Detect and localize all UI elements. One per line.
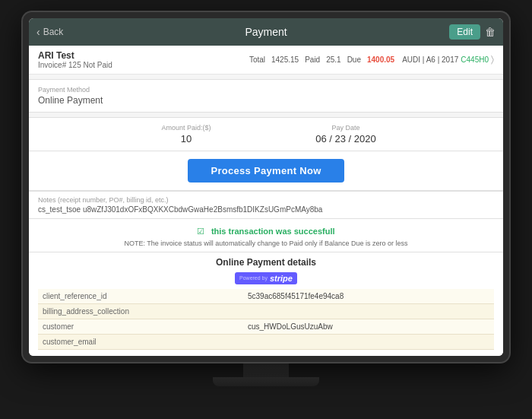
content-area: ARI Test Invoice# 125 Not Paid Total 142… <box>29 46 503 356</box>
delete-button[interactable]: 🗑 <box>485 26 496 38</box>
table-row: customercus_HWDoLGusUzuAbw <box>38 319 494 334</box>
table-row: billing_address_collection <box>38 303 494 319</box>
fields-row: Amount Paid:($) 10 Pay Date 06 / 23 / 20… <box>38 124 494 144</box>
process-button-container: Process Payment Now <box>29 151 503 191</box>
row-key: billing_address_collection <box>38 303 243 319</box>
invoice-info-row: ARI Test Invoice# 125 Not Paid Total 142… <box>29 46 503 75</box>
due-label: Due <box>347 56 361 64</box>
stripe-badge-inner: Powered by stripe <box>235 272 297 284</box>
notes-value: cs_test_tsoe u8wZfJ301dxOFxBQXKXCbdwGwaH… <box>38 205 494 214</box>
monitor-neck <box>243 362 289 377</box>
check-icon: ☑ <box>197 227 204 236</box>
payment-details-section: Online Payment details Powered by stripe… <box>29 252 503 356</box>
stripe-logo: stripe <box>270 274 293 283</box>
total-label: Total <box>249 56 265 64</box>
row-value: cus_HWDoLGusUzuAbw <box>243 319 494 334</box>
success-message-row: ☑ this transaction was succesfull <box>38 224 494 237</box>
pay-date-label: Pay Date <box>289 124 403 132</box>
client-name: ARI Test <box>38 50 112 61</box>
row-value <box>243 334 494 349</box>
invoice-amounts: Total 1425.15 Paid 25.1 Due 1400.05 <box>249 56 394 64</box>
process-payment-button[interactable]: Process Payment Now <box>188 159 344 183</box>
stripe-badge: Powered by stripe <box>38 272 494 284</box>
screen-bezel: ‹ Back Payment Edit 🗑 ARI Test Invoice# … <box>23 12 509 362</box>
payment-method-label: Payment Method <box>38 86 494 94</box>
invoice-number: Invoice# 125 Not Paid <box>38 61 112 69</box>
date-field-group: Pay Date 06 / 23 / 2020 <box>289 124 403 144</box>
chevron-right-icon: 〉 <box>491 54 494 65</box>
back-nav[interactable]: ‹ Back <box>36 26 63 38</box>
notes-label: Notes (receipt number, PO#, billing id, … <box>38 196 494 204</box>
monitor-wrapper: ‹ Back Payment Edit 🗑 ARI Test Invoice# … <box>15 12 517 408</box>
payment-method-section: Payment Method Online Payment <box>29 79 503 113</box>
amount-field-group: Amount Paid:($) 10 <box>129 124 243 144</box>
row-value <box>243 303 494 319</box>
amount-value: 10 <box>129 133 243 144</box>
success-message: this transaction was succesfull <box>211 227 335 236</box>
pay-date-value: 06 / 23 / 2020 <box>289 133 403 144</box>
payment-method-value: Online Payment <box>38 95 494 106</box>
table-row: client_reference_id5c39ac685f45171fe4e94… <box>38 289 494 304</box>
payment-details-title: Online Payment details <box>38 257 494 268</box>
row-key: customer <box>38 319 243 334</box>
header-actions: Edit 🗑 <box>449 24 496 40</box>
row-key: customer_email <box>38 334 243 349</box>
row-value: 5c39ac685f45171fe4e94ca8 <box>243 289 494 304</box>
car-details: AUDI | A6 | 2017 <box>402 56 458 64</box>
screen: ‹ Back Payment Edit 🗑 ARI Test Invoice# … <box>29 18 503 356</box>
paid-value: 25.1 <box>326 56 340 64</box>
success-section: ☑ this transaction was succesfull NOTE: … <box>29 219 503 252</box>
edit-button[interactable]: Edit <box>449 24 480 40</box>
table-row: customer_email <box>38 334 494 349</box>
back-label[interactable]: Back <box>43 27 64 37</box>
header-bar: ‹ Back Payment Edit 🗑 <box>29 18 503 46</box>
due-value: 1400.05 <box>367 56 394 64</box>
total-value: 1425.15 <box>271 56 299 64</box>
amount-date-section: Amount Paid:($) 10 Pay Date 06 / 23 / 20… <box>29 117 503 151</box>
invoice-left: ARI Test Invoice# 125 Not Paid <box>38 50 112 69</box>
powered-by-label: Powered by <box>239 275 268 281</box>
car-info: AUDI | A6 | 2017 C445H0 〉 <box>402 54 494 65</box>
success-note: NOTE: The invoice status will automatica… <box>38 240 494 247</box>
amount-label: Amount Paid:($) <box>129 124 243 132</box>
row-key: client_reference_id <box>38 289 243 304</box>
paid-label: Paid <box>305 56 320 64</box>
payment-detail-table: client_reference_id5c39ac685f45171fe4e94… <box>38 289 494 350</box>
chevron-left-icon: ‹ <box>36 26 40 38</box>
car-link[interactable]: C445H0 <box>461 56 489 64</box>
page-title: Payment <box>245 26 287 38</box>
monitor-base <box>213 377 319 386</box>
notes-section: Notes (receipt number, PO#, billing id, … <box>29 191 503 219</box>
